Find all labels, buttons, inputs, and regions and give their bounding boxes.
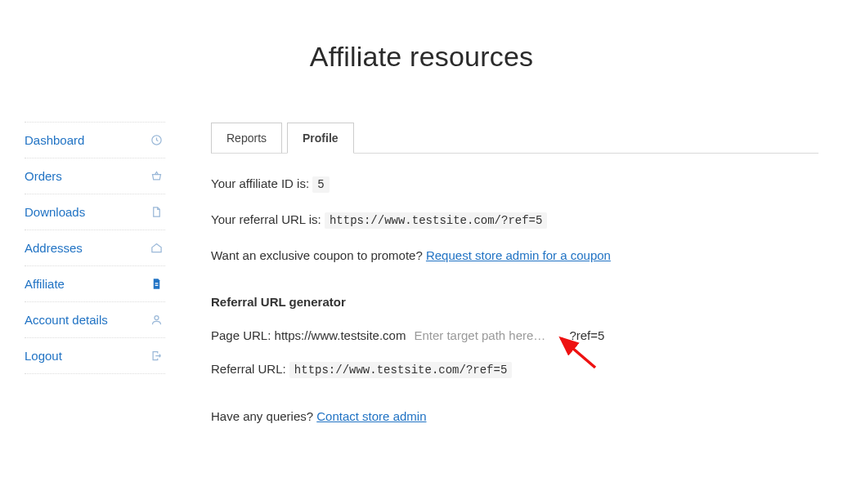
sidebar-item-dashboard[interactable]: Dashboard <box>25 122 165 158</box>
sidebar-item-label: Logout <box>25 349 62 363</box>
sidebar-item-orders[interactable]: Orders <box>25 158 165 194</box>
dashboard-icon <box>150 134 164 146</box>
document-icon <box>150 278 164 290</box>
generated-url-row: Referral URL: https://www.testsite.com/?… <box>211 362 818 377</box>
sidebar-item-affiliate[interactable]: Affiliate <box>25 265 165 301</box>
generator-heading: Referral URL generator <box>211 295 818 309</box>
sidebar-item-label: Account details <box>25 313 108 327</box>
page-url-row: Page URL: https://www.testsite.com ?ref=… <box>211 327 818 344</box>
target-path-input[interactable] <box>414 327 561 344</box>
sidebar-item-label: Downloads <box>25 205 85 219</box>
home-icon <box>150 242 164 254</box>
footer-prompt: Have any queries? <box>211 409 316 423</box>
generated-url-value: https://www.testsite.com/?ref=5 <box>289 362 512 378</box>
page-url-label: Page URL: https://www.testsite.com <box>211 328 406 342</box>
referral-url-label: Your referral URL is: <box>211 212 325 226</box>
sidebar-item-label: Orders <box>25 169 62 183</box>
file-icon <box>150 206 164 218</box>
sidebar-item-logout[interactable]: Logout <box>25 337 165 374</box>
tab-bar: Reports Profile <box>211 122 818 154</box>
coupon-prompt-row: Want an exclusive coupon to promote? Req… <box>211 248 818 262</box>
affiliate-id-value: 5 <box>312 176 329 193</box>
affiliate-id-label: Your affiliate ID is: <box>211 176 312 190</box>
sidebar-item-addresses[interactable]: Addresses <box>25 230 165 265</box>
svg-point-3 <box>155 316 159 320</box>
affiliate-id-row: Your affiliate ID is: 5 <box>211 176 818 191</box>
tab-profile[interactable]: Profile <box>287 123 354 154</box>
logout-icon <box>150 350 164 362</box>
page-title: Affiliate resources <box>0 41 843 73</box>
coupon-prompt-text: Want an exclusive coupon to promote? <box>211 248 426 262</box>
sidebar-item-label: Addresses <box>25 241 83 255</box>
sidebar-item-label: Affiliate <box>25 277 65 291</box>
referral-url-value: https://www.testsite.com/?ref=5 <box>325 212 547 229</box>
request-coupon-link[interactable]: Request store admin for a coupon <box>426 248 611 262</box>
tab-reports[interactable]: Reports <box>211 123 282 154</box>
main-content: Reports Profile Your affiliate ID is: 5 … <box>211 122 818 423</box>
referral-url-row: Your referral URL is: https://www.testsi… <box>211 212 818 227</box>
ref-suffix: ?ref=5 <box>569 328 604 342</box>
footer-query: Have any queries? Contact store admin <box>211 409 818 423</box>
sidebar-item-label: Dashboard <box>25 133 84 147</box>
svg-rect-2 <box>155 285 159 286</box>
account-sidebar: Dashboard Orders Downloads Addresses <box>25 122 165 423</box>
svg-rect-1 <box>155 283 159 283</box>
contact-admin-link[interactable]: Contact store admin <box>316 409 426 423</box>
sidebar-item-account-details[interactable]: Account details <box>25 301 165 337</box>
user-icon <box>150 314 164 326</box>
basket-icon <box>150 170 164 182</box>
sidebar-item-downloads[interactable]: Downloads <box>25 194 165 230</box>
generated-url-label: Referral URL: <box>211 362 289 376</box>
